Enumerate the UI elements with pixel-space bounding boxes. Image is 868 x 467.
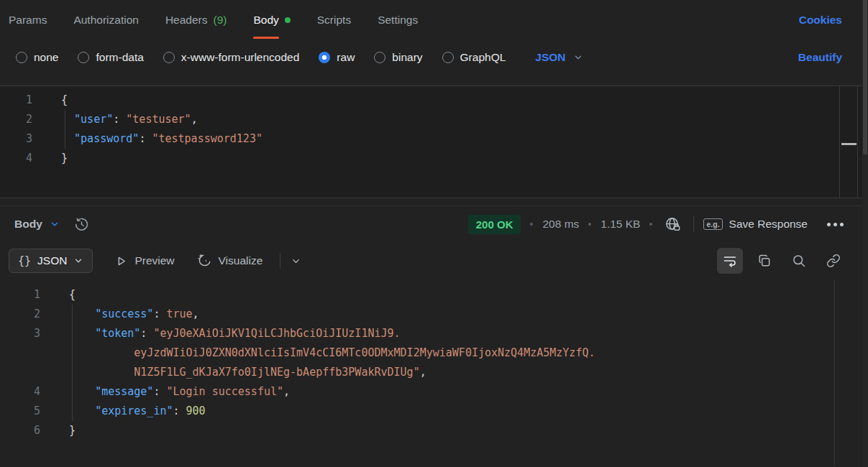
dot bbox=[833, 223, 837, 226]
active-tab-underline bbox=[253, 37, 278, 39]
curly-braces-icon: {} bbox=[18, 254, 31, 267]
wrap-text-button[interactable] bbox=[717, 248, 743, 274]
code-token: : bbox=[153, 385, 166, 398]
response-body-viewer[interactable]: 1{2 "success": true,3 "token": "eyJ0eXAi… bbox=[0, 279, 868, 466]
body-type-bar: noneform-datax-www-form-urlencodedrawbin… bbox=[0, 40, 868, 75]
code-token: } bbox=[69, 424, 76, 437]
search-response-button[interactable] bbox=[786, 248, 812, 274]
code-token: : bbox=[153, 308, 166, 320]
radio-label: x-www-form-urlencoded bbox=[181, 51, 300, 64]
line-number: 6 bbox=[0, 421, 47, 440]
tab-settings[interactable]: Settings bbox=[378, 0, 418, 40]
preview-label: Preview bbox=[134, 254, 174, 267]
vertical-divider bbox=[693, 216, 694, 232]
response-history-button[interactable] bbox=[71, 214, 92, 235]
code-token: : bbox=[139, 132, 152, 145]
editor-overview-ruler[interactable] bbox=[839, 86, 858, 198]
spacer bbox=[0, 75, 868, 85]
tab-scripts[interactable]: Scripts bbox=[317, 0, 351, 40]
code-line: 4} bbox=[0, 149, 868, 168]
code-token: "token" bbox=[95, 327, 140, 340]
body-type-graphql[interactable]: GraphQL bbox=[442, 51, 506, 64]
copy-icon bbox=[757, 254, 772, 268]
response-view-select[interactable]: Body bbox=[14, 218, 60, 231]
code-token: , bbox=[191, 113, 198, 126]
radio-circle-icon bbox=[78, 52, 89, 63]
page-scrollbar-thumb[interactable] bbox=[863, 0, 867, 154]
code-token: , bbox=[193, 308, 199, 320]
code-content: N1Z5F1LG_dKJaX7fo0IjlNEg-bAepffb3PWakRvD… bbox=[47, 363, 426, 382]
line-number: 2 bbox=[0, 110, 40, 129]
language-select[interactable]: JSON bbox=[535, 51, 583, 64]
line-number: 3 bbox=[0, 324, 47, 343]
radio-circle-icon bbox=[319, 52, 330, 63]
request-body-editor[interactable]: 1{2 "user": "testuser",3 "password": "te… bbox=[0, 85, 868, 198]
tab-headers[interactable]: Headers(9) bbox=[165, 0, 227, 40]
save-response-label: Save Response bbox=[729, 218, 808, 231]
response-meta-bar: Body 200 OK 208 ms 1.15 KB bbox=[0, 206, 868, 242]
cookies-link-label: Cookies bbox=[799, 14, 842, 26]
code-content: } bbox=[40, 149, 68, 168]
line-number: 4 bbox=[0, 382, 47, 402]
play-icon bbox=[114, 254, 128, 268]
radio-label: form-data bbox=[96, 51, 143, 64]
save-response-button[interactable]: e.g. Save Response bbox=[703, 218, 808, 231]
tab-params[interactable]: Params bbox=[9, 0, 47, 40]
tab-body[interactable]: Body bbox=[253, 0, 290, 40]
response-minimap[interactable] bbox=[834, 279, 861, 466]
code-token: : bbox=[173, 404, 186, 417]
network-info-button[interactable] bbox=[662, 213, 684, 236]
code-token: { bbox=[69, 288, 76, 301]
code-content: "user": "testuser", bbox=[40, 110, 198, 129]
body-type-raw[interactable]: raw bbox=[319, 51, 355, 64]
share-link-button[interactable] bbox=[821, 248, 846, 274]
copy-response-button[interactable] bbox=[751, 248, 777, 274]
language-select-value: JSON bbox=[535, 51, 565, 64]
body-type-form-data[interactable]: form-data bbox=[78, 51, 143, 64]
code-content: eyJzdWIiOiJ0ZXN0dXNlciIsImV4cCI6MTc0ODMx… bbox=[47, 343, 595, 363]
chevron-down-icon bbox=[50, 219, 60, 229]
line-number bbox=[0, 363, 47, 382]
request-tab-bar: ParamsAuthorizationHeaders(9)BodyScripts… bbox=[0, 0, 868, 40]
beautify-button[interactable]: Beautify bbox=[798, 51, 842, 64]
page-scrollbar[interactable] bbox=[862, 0, 868, 467]
code-line: 3 "token": "eyJ0eXAiOiJKV1QiLCJhbGciOiJI… bbox=[0, 324, 868, 343]
radio-label: GraphQL bbox=[460, 51, 506, 64]
code-token: "message" bbox=[95, 385, 153, 398]
response-code-lines: 1{2 "success": true,3 "token": "eyJ0eXAi… bbox=[0, 285, 868, 440]
code-content: "expires_in": 900 bbox=[47, 402, 206, 421]
cookies-link[interactable]: Cookies bbox=[799, 14, 842, 27]
code-line: N1Z5F1LG_dKJaX7fo0IjlNEg-bAepffb3PWakRvD… bbox=[0, 363, 868, 382]
body-type-binary[interactable]: binary bbox=[374, 51, 422, 64]
preview-tab[interactable]: Preview bbox=[114, 254, 174, 268]
more-views-button[interactable] bbox=[291, 256, 301, 267]
response-format-select[interactable]: {} JSON bbox=[9, 249, 93, 273]
tab-label: Params bbox=[9, 14, 47, 27]
vertical-divider bbox=[280, 253, 280, 269]
scrollbar-thumb[interactable] bbox=[841, 143, 856, 145]
code-token: } bbox=[61, 152, 68, 165]
body-type-none[interactable]: none bbox=[16, 51, 58, 64]
tab-authorization[interactable]: Authorization bbox=[73, 0, 138, 40]
code-token: "user" bbox=[74, 113, 113, 126]
code-content: } bbox=[47, 421, 76, 440]
code-token: , bbox=[420, 366, 426, 379]
headers-count-badge: (9) bbox=[213, 14, 227, 27]
code-line: 4 "message": "Login successful", bbox=[0, 382, 868, 402]
response-size: 1.15 KB bbox=[600, 218, 640, 231]
tab-label: Scripts bbox=[317, 14, 351, 27]
radio-circle-icon bbox=[163, 52, 175, 63]
response-body-label: Body bbox=[14, 218, 42, 231]
code-line: 3 "password": "testpassword123" bbox=[0, 129, 868, 149]
code-token bbox=[69, 404, 95, 417]
more-options-button[interactable] bbox=[824, 220, 846, 229]
section-divider bbox=[0, 198, 868, 206]
chevron-down-icon bbox=[73, 256, 83, 266]
code-line: 1{ bbox=[0, 285, 868, 305]
code-content: { bbox=[40, 91, 68, 110]
visualize-tab[interactable]: Visualize bbox=[196, 253, 263, 269]
code-content: "success": true, bbox=[47, 305, 199, 324]
dot-separator bbox=[588, 223, 591, 226]
body-type-x-www-form-urlencoded[interactable]: x-www-form-urlencoded bbox=[163, 51, 300, 64]
tab-label: Settings bbox=[378, 14, 418, 27]
